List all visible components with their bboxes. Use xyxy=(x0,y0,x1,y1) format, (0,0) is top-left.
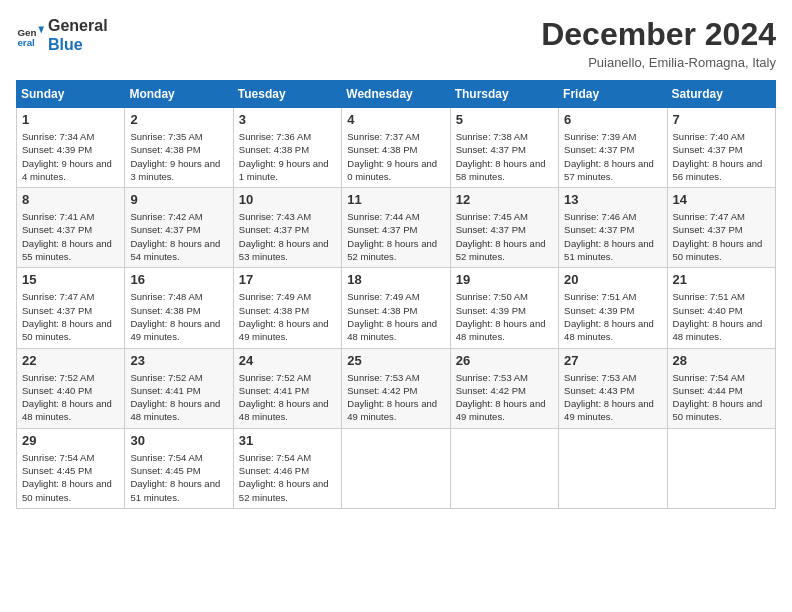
day-cell-18: 18 Sunrise: 7:49 AM Sunset: 4:38 PM Dayl… xyxy=(342,268,450,348)
header-monday: Monday xyxy=(125,81,233,108)
day-info: Sunrise: 7:36 AM Sunset: 4:38 PM Dayligh… xyxy=(239,130,336,183)
logo: Gen eral General Blue xyxy=(16,16,108,54)
title-area: December 2024 Puianello, Emilia-Romagna,… xyxy=(541,16,776,70)
day-info: Sunrise: 7:42 AM Sunset: 4:37 PM Dayligh… xyxy=(130,210,227,263)
empty-cell xyxy=(450,428,558,508)
day-number: 23 xyxy=(130,353,227,368)
day-cell-25: 25 Sunrise: 7:53 AM Sunset: 4:42 PM Dayl… xyxy=(342,348,450,428)
day-cell-2: 2 Sunrise: 7:35 AM Sunset: 4:38 PM Dayli… xyxy=(125,108,233,188)
empty-cell xyxy=(559,428,667,508)
day-cell-20: 20 Sunrise: 7:51 AM Sunset: 4:39 PM Dayl… xyxy=(559,268,667,348)
day-cell-3: 3 Sunrise: 7:36 AM Sunset: 4:38 PM Dayli… xyxy=(233,108,341,188)
calendar-table: SundayMondayTuesdayWednesdayThursdayFrid… xyxy=(16,80,776,509)
day-info: Sunrise: 7:54 AM Sunset: 4:44 PM Dayligh… xyxy=(673,371,770,424)
day-number: 18 xyxy=(347,272,444,287)
day-info: Sunrise: 7:52 AM Sunset: 4:41 PM Dayligh… xyxy=(239,371,336,424)
day-cell-13: 13 Sunrise: 7:46 AM Sunset: 4:37 PM Dayl… xyxy=(559,188,667,268)
day-number: 30 xyxy=(130,433,227,448)
day-number: 2 xyxy=(130,112,227,127)
day-cell-16: 16 Sunrise: 7:48 AM Sunset: 4:38 PM Dayl… xyxy=(125,268,233,348)
day-number: 27 xyxy=(564,353,661,368)
day-number: 19 xyxy=(456,272,553,287)
day-info: Sunrise: 7:46 AM Sunset: 4:37 PM Dayligh… xyxy=(564,210,661,263)
svg-text:eral: eral xyxy=(17,37,35,48)
day-cell-26: 26 Sunrise: 7:53 AM Sunset: 4:42 PM Dayl… xyxy=(450,348,558,428)
header-sunday: Sunday xyxy=(17,81,125,108)
day-cell-10: 10 Sunrise: 7:43 AM Sunset: 4:37 PM Dayl… xyxy=(233,188,341,268)
day-number: 6 xyxy=(564,112,661,127)
day-cell-14: 14 Sunrise: 7:47 AM Sunset: 4:37 PM Dayl… xyxy=(667,188,775,268)
day-info: Sunrise: 7:47 AM Sunset: 4:37 PM Dayligh… xyxy=(22,290,119,343)
day-number: 9 xyxy=(130,192,227,207)
day-info: Sunrise: 7:47 AM Sunset: 4:37 PM Dayligh… xyxy=(673,210,770,263)
empty-cell xyxy=(342,428,450,508)
logo-icon: Gen eral xyxy=(16,21,44,49)
day-cell-24: 24 Sunrise: 7:52 AM Sunset: 4:41 PM Dayl… xyxy=(233,348,341,428)
day-cell-28: 28 Sunrise: 7:54 AM Sunset: 4:44 PM Dayl… xyxy=(667,348,775,428)
day-info: Sunrise: 7:53 AM Sunset: 4:42 PM Dayligh… xyxy=(456,371,553,424)
day-cell-12: 12 Sunrise: 7:45 AM Sunset: 4:37 PM Dayl… xyxy=(450,188,558,268)
day-number: 24 xyxy=(239,353,336,368)
day-number: 22 xyxy=(22,353,119,368)
day-info: Sunrise: 7:40 AM Sunset: 4:37 PM Dayligh… xyxy=(673,130,770,183)
day-cell-8: 8 Sunrise: 7:41 AM Sunset: 4:37 PM Dayli… xyxy=(17,188,125,268)
day-info: Sunrise: 7:39 AM Sunset: 4:37 PM Dayligh… xyxy=(564,130,661,183)
day-cell-30: 30 Sunrise: 7:54 AM Sunset: 4:45 PM Dayl… xyxy=(125,428,233,508)
day-number: 14 xyxy=(673,192,770,207)
day-number: 1 xyxy=(22,112,119,127)
day-info: Sunrise: 7:50 AM Sunset: 4:39 PM Dayligh… xyxy=(456,290,553,343)
day-cell-6: 6 Sunrise: 7:39 AM Sunset: 4:37 PM Dayli… xyxy=(559,108,667,188)
day-number: 28 xyxy=(673,353,770,368)
day-info: Sunrise: 7:51 AM Sunset: 4:40 PM Dayligh… xyxy=(673,290,770,343)
day-number: 31 xyxy=(239,433,336,448)
day-info: Sunrise: 7:54 AM Sunset: 4:46 PM Dayligh… xyxy=(239,451,336,504)
day-cell-29: 29 Sunrise: 7:54 AM Sunset: 4:45 PM Dayl… xyxy=(17,428,125,508)
day-info: Sunrise: 7:37 AM Sunset: 4:38 PM Dayligh… xyxy=(347,130,444,183)
day-info: Sunrise: 7:49 AM Sunset: 4:38 PM Dayligh… xyxy=(239,290,336,343)
day-number: 29 xyxy=(22,433,119,448)
day-info: Sunrise: 7:53 AM Sunset: 4:43 PM Dayligh… xyxy=(564,371,661,424)
day-number: 8 xyxy=(22,192,119,207)
week-row-4: 22 Sunrise: 7:52 AM Sunset: 4:40 PM Dayl… xyxy=(17,348,776,428)
day-cell-22: 22 Sunrise: 7:52 AM Sunset: 4:40 PM Dayl… xyxy=(17,348,125,428)
day-cell-15: 15 Sunrise: 7:47 AM Sunset: 4:37 PM Dayl… xyxy=(17,268,125,348)
header-wednesday: Wednesday xyxy=(342,81,450,108)
day-info: Sunrise: 7:52 AM Sunset: 4:40 PM Dayligh… xyxy=(22,371,119,424)
header-friday: Friday xyxy=(559,81,667,108)
day-info: Sunrise: 7:48 AM Sunset: 4:38 PM Dayligh… xyxy=(130,290,227,343)
day-number: 4 xyxy=(347,112,444,127)
location-subtitle: Puianello, Emilia-Romagna, Italy xyxy=(541,55,776,70)
empty-cell xyxy=(667,428,775,508)
day-cell-1: 1 Sunrise: 7:34 AM Sunset: 4:39 PM Dayli… xyxy=(17,108,125,188)
day-number: 13 xyxy=(564,192,661,207)
day-number: 10 xyxy=(239,192,336,207)
day-cell-23: 23 Sunrise: 7:52 AM Sunset: 4:41 PM Dayl… xyxy=(125,348,233,428)
day-info: Sunrise: 7:38 AM Sunset: 4:37 PM Dayligh… xyxy=(456,130,553,183)
day-info: Sunrise: 7:54 AM Sunset: 4:45 PM Dayligh… xyxy=(22,451,119,504)
day-info: Sunrise: 7:45 AM Sunset: 4:37 PM Dayligh… xyxy=(456,210,553,263)
day-number: 7 xyxy=(673,112,770,127)
day-number: 20 xyxy=(564,272,661,287)
day-cell-5: 5 Sunrise: 7:38 AM Sunset: 4:37 PM Dayli… xyxy=(450,108,558,188)
week-row-5: 29 Sunrise: 7:54 AM Sunset: 4:45 PM Dayl… xyxy=(17,428,776,508)
day-info: Sunrise: 7:52 AM Sunset: 4:41 PM Dayligh… xyxy=(130,371,227,424)
day-cell-11: 11 Sunrise: 7:44 AM Sunset: 4:37 PM Dayl… xyxy=(342,188,450,268)
header: Gen eral General Blue December 2024 Puia… xyxy=(16,16,776,70)
header-row: SundayMondayTuesdayWednesdayThursdayFrid… xyxy=(17,81,776,108)
day-info: Sunrise: 7:35 AM Sunset: 4:38 PM Dayligh… xyxy=(130,130,227,183)
header-thursday: Thursday xyxy=(450,81,558,108)
day-number: 3 xyxy=(239,112,336,127)
day-info: Sunrise: 7:54 AM Sunset: 4:45 PM Dayligh… xyxy=(130,451,227,504)
day-number: 26 xyxy=(456,353,553,368)
day-cell-4: 4 Sunrise: 7:37 AM Sunset: 4:38 PM Dayli… xyxy=(342,108,450,188)
day-cell-19: 19 Sunrise: 7:50 AM Sunset: 4:39 PM Dayl… xyxy=(450,268,558,348)
day-info: Sunrise: 7:34 AM Sunset: 4:39 PM Dayligh… xyxy=(22,130,119,183)
week-row-2: 8 Sunrise: 7:41 AM Sunset: 4:37 PM Dayli… xyxy=(17,188,776,268)
day-cell-21: 21 Sunrise: 7:51 AM Sunset: 4:40 PM Dayl… xyxy=(667,268,775,348)
day-info: Sunrise: 7:53 AM Sunset: 4:42 PM Dayligh… xyxy=(347,371,444,424)
header-tuesday: Tuesday xyxy=(233,81,341,108)
day-cell-31: 31 Sunrise: 7:54 AM Sunset: 4:46 PM Dayl… xyxy=(233,428,341,508)
day-number: 5 xyxy=(456,112,553,127)
day-cell-27: 27 Sunrise: 7:53 AM Sunset: 4:43 PM Dayl… xyxy=(559,348,667,428)
day-cell-7: 7 Sunrise: 7:40 AM Sunset: 4:37 PM Dayli… xyxy=(667,108,775,188)
